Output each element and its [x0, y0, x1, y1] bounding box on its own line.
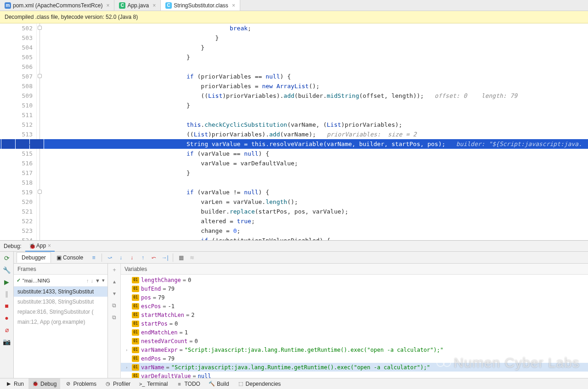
force-step-into-button[interactable]: ↓	[127, 253, 137, 263]
gutter[interactable]: 5025035045055065075085095105115125135145…	[0, 23, 37, 240]
console-tab[interactable]: ▣ Console	[52, 253, 88, 263]
tool-window-run[interactable]: ▶Run	[2, 378, 28, 389]
prev-frame-button[interactable]: ↑	[86, 278, 89, 283]
mute-breakpoints-button[interactable]: ⌀	[2, 325, 11, 334]
close-icon[interactable]: ×	[106, 2, 109, 9]
code-line[interactable]: break;	[44, 23, 588, 33]
add-watch-button[interactable]: ＋	[110, 265, 119, 274]
variable-row[interactable]: ›01 varNameExpr = "Script:javascript:jav…	[121, 345, 588, 354]
close-icon[interactable]: ×	[232, 2, 235, 9]
debugger-tab[interactable]: Debugger	[17, 252, 51, 263]
rerun-button[interactable]: ⟳	[2, 254, 11, 263]
code-line[interactable]	[44, 178, 588, 187]
threads-button[interactable]: ≡	[89, 253, 99, 263]
code-line[interactable]: this.checkCyclicSubstitution(varName, (L…	[44, 120, 588, 130]
tool-window-build[interactable]: 🔨Build	[205, 378, 233, 389]
tool-window-todo[interactable]: ≡TODO	[172, 378, 204, 389]
frame-item[interactable]: substitute:1308, StringSubstitut	[14, 297, 107, 307]
code-line[interactable]: }	[44, 101, 588, 110]
code-line[interactable]: varLen = varValue.length();	[44, 197, 588, 207]
variable-row[interactable]: 01 pos = 79	[121, 293, 588, 302]
tab-stringsubstitutor[interactable]: C StringSubstitutor.class ×	[161, 0, 240, 11]
trace-button[interactable]: ≋	[187, 253, 197, 263]
variable-row[interactable]: 01 startMatchLen = 2	[121, 310, 588, 319]
debug-body: Frames ✓ "mai…NING ↑ ↓ ▼ ▾ substitute:14…	[14, 264, 588, 378]
step-over-button[interactable]: ⤻	[105, 253, 115, 263]
variable-row[interactable]: 01 escPos = -1	[121, 302, 588, 310]
variable-row[interactable]: ›01 varName = "Script:javascript:java.la…	[121, 363, 588, 372]
build-icon: 🔨	[209, 381, 215, 387]
link-button[interactable]: ⧉	[110, 313, 119, 321]
close-icon[interactable]: ×	[153, 2, 156, 9]
step-out-button[interactable]: ↑	[138, 253, 148, 263]
code-line[interactable]: }	[44, 52, 588, 62]
terminal-icon: >_	[139, 381, 145, 387]
run-icon: ▶	[6, 381, 12, 387]
code-line[interactable]: if (varValue == null) {	[44, 149, 588, 158]
frames-title: Frames	[14, 264, 107, 275]
code-editor[interactable]: 5025035045055065075085095105115125135145…	[0, 23, 588, 240]
thread-selector[interactable]: "mai…NING	[23, 278, 85, 283]
tab-label: App.java	[127, 2, 149, 9]
code-line[interactable]: }	[44, 33, 588, 43]
code-line[interactable]: if (varValue != null) {	[44, 187, 588, 197]
step-into-button[interactable]: ↓	[116, 253, 126, 263]
code-line[interactable]: altered = true;	[44, 216, 588, 226]
run-to-cursor-button[interactable]: →|	[160, 253, 170, 263]
camera-button[interactable]: 📷	[2, 337, 11, 346]
dropdown-icon[interactable]: ▾	[102, 277, 105, 283]
drop-frame-button[interactable]: ⤺	[149, 253, 159, 263]
variable-row[interactable]: 01 endPos = 79	[121, 354, 588, 363]
debug-config-tab[interactable]: 🐞 App ×	[25, 241, 55, 252]
copy-button[interactable]: ⧉	[110, 301, 119, 310]
tool-window-profiler[interactable]: ◷Profiler	[101, 378, 134, 389]
pause-button[interactable]: ‖	[2, 289, 11, 299]
code-line[interactable]: priorVariables = new ArrayList();	[44, 81, 588, 91]
code-line[interactable]: }	[44, 43, 588, 52]
code-line[interactable]: change = 0;	[44, 226, 588, 236]
tool-window-debug[interactable]: 🐞Debug	[28, 378, 60, 389]
code-line[interactable]: }	[44, 168, 588, 178]
code-line[interactable]: builder.replace(startPos, pos, varValue)…	[44, 207, 588, 216]
profiler-icon: ◷	[105, 381, 111, 387]
filter-button[interactable]: ▼	[95, 278, 100, 283]
variable-row[interactable]: 01 lengthChange = 0	[121, 276, 588, 284]
code-line[interactable]	[44, 62, 588, 72]
variable-row[interactable]: 01 startPos = 0	[121, 319, 588, 328]
up-button[interactable]: ▴	[110, 277, 119, 286]
tool-window-dependencies[interactable]: ⬚Dependencies	[234, 378, 285, 389]
code-line[interactable]	[44, 110, 588, 120]
code-content[interactable]: break; } }}if (priorVariables == null) {…	[44, 23, 588, 240]
debug-toolbar: Debugger ▣ Console ≡ ⤻ ↓ ↓ ↑ ⤺ →| ▦ ≋	[14, 252, 588, 264]
stop-button[interactable]: ■	[2, 301, 11, 310]
next-frame-button[interactable]: ↓	[91, 278, 94, 283]
tab-app[interactable]: C App.java ×	[114, 0, 161, 11]
fold-bar[interactable]	[37, 23, 44, 240]
close-icon[interactable]: ×	[48, 242, 51, 249]
code-line[interactable]: if (priorVariables == null) {	[44, 72, 588, 81]
down-button[interactable]: ▾	[110, 289, 119, 298]
variable-row[interactable]: 01 endMatchLen = 1	[121, 328, 588, 337]
check-icon: ✓	[17, 277, 21, 283]
variable-row[interactable]: 01 varDefaultValue = null	[121, 372, 588, 378]
tool-window-problems[interactable]: ⊘Problems	[61, 378, 100, 389]
frame-item[interactable]: main:12, App (org.example)	[14, 317, 107, 327]
tab-pom[interactable]: m pom.xml (ApacheCommonsTextRce) ×	[0, 0, 114, 11]
code-line[interactable]: String varValue = this.resolveVariable(v…	[44, 139, 588, 149]
code-line[interactable]: ((List)priorVariables).add(varName); pri…	[44, 130, 588, 139]
variable-row[interactable]: 01 bufEnd = 79	[121, 284, 588, 293]
frame-item[interactable]: replace:816, StringSubstitutor (	[14, 307, 107, 317]
variables-list[interactable]: 01 lengthChange = 001 bufEnd = 7901 pos …	[121, 275, 588, 378]
code-line[interactable]: if (!substitutionInValuesDisabled) {	[44, 236, 588, 240]
code-line[interactable]: varValue = varDefaultValue;	[44, 158, 588, 168]
settings-button[interactable]: 🔧	[2, 265, 11, 275]
frame-item[interactable]: substitute:1433, StringSubstitut	[14, 287, 107, 297]
tool-window-terminal[interactable]: >_Terminal	[135, 378, 171, 389]
evaluate-button[interactable]: ▦	[176, 253, 186, 263]
resume-button[interactable]: ▶	[2, 277, 11, 287]
maven-icon: m	[5, 2, 11, 9]
code-line[interactable]: ((List)priorVariables).add(builder.midSt…	[44, 91, 588, 101]
variable-row[interactable]: 01 nestedVarCount = 0	[121, 337, 588, 345]
view-breakpoints-button[interactable]: ●	[2, 313, 11, 322]
debug-icon: 🐞	[32, 381, 39, 387]
